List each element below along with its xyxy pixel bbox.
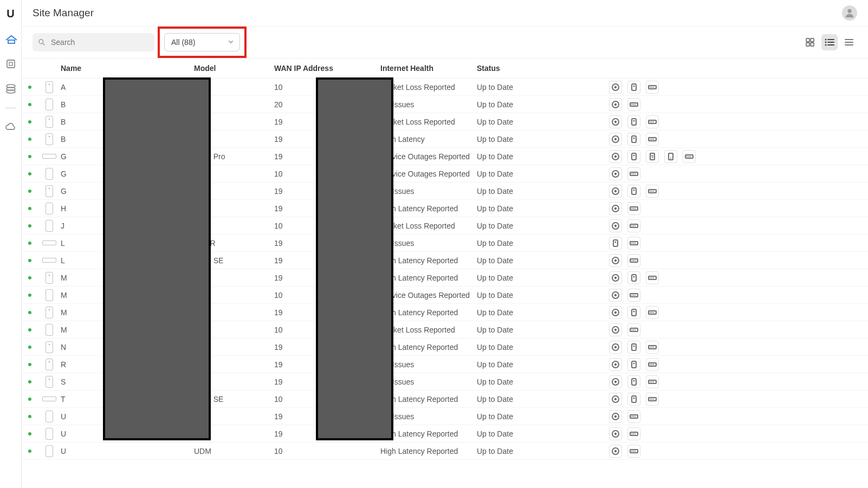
app-switch-icon[interactable] (627, 98, 640, 111)
app-network-icon[interactable] (609, 219, 622, 232)
app-switch-icon[interactable] (646, 341, 659, 354)
app-network-icon[interactable] (609, 133, 622, 146)
cell-wan: 10 (274, 326, 283, 334)
status-dot-online (28, 294, 31, 297)
app-switch-icon[interactable] (646, 358, 659, 371)
app-switch-icon[interactable] (646, 133, 659, 146)
chevron-down-icon (228, 38, 234, 47)
app-network-icon[interactable] (609, 445, 622, 458)
cell-wan: 20 (274, 100, 283, 109)
app-protect-icon[interactable] (627, 393, 640, 406)
app-switch-icon[interactable] (627, 323, 640, 336)
app-switch-icon[interactable] (646, 271, 659, 284)
rail-layers-icon[interactable] (5, 83, 17, 95)
app-switch-icon[interactable] (646, 375, 659, 388)
device-glyph-icon (46, 99, 53, 110)
status-dot-online (28, 259, 31, 262)
account-avatar[interactable] (842, 5, 857, 21)
app-switch-icon[interactable] (683, 150, 696, 163)
app-network-icon[interactable] (609, 98, 622, 111)
app-network-icon[interactable] (609, 341, 622, 354)
redaction-wan-column (316, 77, 393, 440)
app-protect-icon[interactable] (627, 271, 640, 284)
site-name: L (61, 256, 65, 265)
app-switch-icon[interactable] (646, 393, 659, 406)
app-network-icon[interactable] (609, 202, 622, 215)
app-network-icon[interactable] (609, 323, 622, 336)
cell-apps (609, 289, 868, 302)
app-switch-icon[interactable] (646, 115, 659, 128)
col-health[interactable]: Internet Health (380, 64, 477, 73)
app-protect-icon[interactable] (627, 81, 640, 94)
app-network-icon[interactable] (609, 115, 622, 128)
cell-status: Up to Date (477, 326, 513, 334)
app-network-icon[interactable] (609, 271, 622, 284)
app-switch-icon[interactable] (627, 427, 640, 440)
col-wan[interactable]: WAN IP Address (274, 64, 380, 73)
app-protect-icon[interactable] (627, 185, 640, 198)
app-protect-icon[interactable] (627, 341, 640, 354)
app-network-icon[interactable] (609, 150, 622, 163)
app-protect-icon[interactable] (627, 150, 640, 163)
status-dot-online (28, 172, 31, 175)
app-switch-icon[interactable] (627, 219, 640, 232)
col-model[interactable]: Model (194, 64, 274, 73)
app-network-icon[interactable] (609, 289, 622, 302)
status-dot-online (28, 432, 31, 435)
cell-wan: 19 (274, 412, 283, 421)
cell-apps (609, 115, 868, 128)
app-network-icon[interactable] (609, 410, 622, 423)
app-network-icon[interactable] (609, 375, 622, 388)
app-talk-icon[interactable] (664, 150, 677, 163)
app-protect-icon[interactable] (609, 237, 622, 250)
app-switch-icon[interactable] (627, 410, 640, 423)
app-protect-icon[interactable] (627, 358, 640, 371)
app-switch-icon[interactable] (646, 306, 659, 319)
app-network-icon[interactable] (609, 427, 622, 440)
cell-wan: 10 (274, 83, 283, 92)
app-protect-icon[interactable] (627, 133, 640, 146)
app-switch-icon[interactable] (627, 289, 640, 302)
app-switch-icon[interactable] (627, 237, 640, 250)
app-switch-icon[interactable] (627, 167, 640, 180)
site-name: G (61, 152, 67, 161)
rail-devices-icon[interactable] (5, 58, 17, 70)
search-box[interactable] (33, 33, 154, 51)
app-switch-icon[interactable] (627, 254, 640, 267)
col-status[interactable]: Status (477, 64, 609, 73)
filter-dropdown[interactable]: All (88) (164, 33, 240, 51)
app-network-icon[interactable] (609, 254, 622, 267)
app-switch-icon[interactable] (627, 445, 640, 458)
view-list-button[interactable] (821, 34, 838, 50)
app-switch-icon[interactable] (646, 185, 659, 198)
cell-wan: 10 (274, 222, 283, 230)
app-switch-icon[interactable] (646, 81, 659, 94)
app-protect-icon[interactable] (627, 115, 640, 128)
app-switch-icon[interactable] (627, 202, 640, 215)
page-title: Site Manager (33, 7, 94, 19)
app-network-icon[interactable] (609, 358, 622, 371)
site-name: U (61, 430, 66, 438)
app-network-icon[interactable] (609, 306, 622, 319)
device-glyph-icon (46, 376, 53, 388)
col-name[interactable]: Name (61, 64, 194, 73)
site-name: T (61, 395, 66, 404)
device-glyph-icon (46, 81, 53, 93)
app-protect-icon[interactable] (627, 306, 640, 319)
rail-cloud-icon[interactable] (5, 121, 17, 133)
app-network-icon[interactable] (609, 393, 622, 406)
app-access-icon[interactable] (646, 150, 659, 163)
app-network-icon[interactable] (609, 81, 622, 94)
cell-status: Up to Date (477, 291, 513, 300)
view-grid-button[interactable] (802, 34, 818, 50)
device-glyph-icon (46, 289, 53, 301)
app-protect-icon[interactable] (627, 375, 640, 388)
device-glyph-icon (46, 133, 53, 145)
search-input[interactable] (50, 37, 149, 47)
table-row[interactable]: UUDM10High Latency ReportedUp to Date (22, 443, 868, 460)
view-compact-button[interactable] (841, 34, 857, 50)
app-network-icon[interactable] (609, 185, 622, 198)
rail-sites-icon[interactable] (5, 33, 17, 45)
toolbar: All (88) (22, 27, 868, 58)
app-network-icon[interactable] (609, 167, 622, 180)
